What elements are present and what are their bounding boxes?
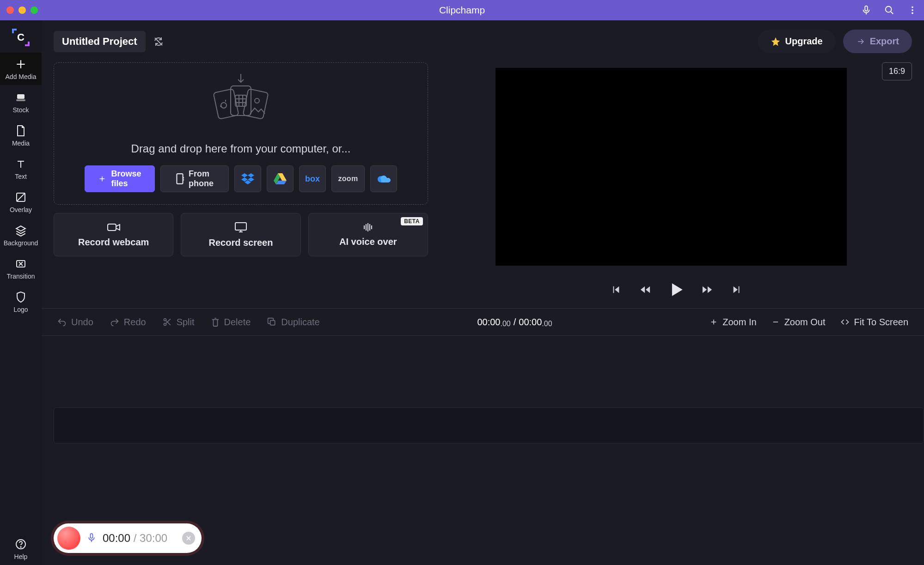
text-icon (15, 158, 27, 170)
phone-icon (176, 173, 184, 184)
record-button[interactable] (57, 527, 80, 550)
from-phone-button[interactable]: Fromphone (160, 165, 229, 192)
layers-icon (15, 225, 27, 237)
microphone-icon[interactable] (861, 5, 871, 15)
svg-rect-18 (177, 174, 183, 184)
google-drive-icon (274, 173, 287, 184)
sidebar-item-label: Stock (12, 106, 29, 114)
more-menu-icon[interactable] (907, 5, 918, 15)
svg-point-11 (20, 547, 21, 547)
split-button[interactable]: Split (156, 313, 201, 331)
video-preview[interactable] (496, 68, 847, 266)
sidebar-item-label: Transition (7, 273, 35, 280)
copy-icon (267, 317, 276, 327)
recorder-time: 00:00 / 30:00 (103, 532, 167, 545)
onedrive-icon (377, 174, 391, 183)
trash-icon (211, 317, 220, 327)
aspect-ratio-button[interactable]: 16:9 (882, 62, 912, 80)
redo-button[interactable]: Redo (104, 313, 153, 331)
redo-icon (110, 318, 119, 326)
box-button[interactable]: box (299, 165, 326, 192)
fit-to-screen-button[interactable]: Fit To Screen (834, 313, 915, 331)
sidebar-item-label: Media (12, 140, 30, 147)
scissors-icon (163, 317, 172, 327)
sidebar-item-background[interactable]: Background (0, 219, 42, 251)
recorder-cancel-button[interactable] (182, 532, 195, 545)
plus-icon (15, 58, 27, 70)
zoom-icon: zoom (338, 175, 358, 183)
export-button[interactable]: Export (843, 30, 912, 53)
fit-icon (840, 318, 850, 326)
zoom-in-button[interactable]: Zoom In (703, 313, 763, 331)
sidebar-item-transition[interactable]: Transition (0, 252, 42, 285)
svg-rect-19 (108, 224, 116, 231)
rewind-button[interactable] (639, 285, 651, 295)
sidebar-item-text[interactable]: Text (0, 152, 42, 185)
upgrade-button[interactable]: Upgrade (758, 30, 836, 53)
close-window-button[interactable] (6, 6, 14, 14)
sidebar-item-stock[interactable]: Stock (0, 86, 42, 118)
sidebar-item-overlay[interactable]: Overlay (0, 186, 42, 218)
action-label: Record webcam (78, 237, 149, 248)
plus-icon (98, 175, 106, 183)
skip-end-button[interactable] (732, 285, 742, 295)
media-dropzone[interactable]: Drag and drop here from your computer, o… (54, 62, 428, 205)
google-drive-button[interactable] (267, 165, 294, 192)
help-icon (15, 538, 27, 550)
timeline-track[interactable] (54, 407, 924, 443)
shield-icon (15, 291, 27, 303)
star-icon (771, 36, 781, 47)
browse-files-button[interactable]: Browsefiles (85, 165, 155, 192)
sidebar-item-add-media[interactable]: Add Media (0, 53, 42, 85)
window-titlebar: Clipchamp (0, 0, 924, 20)
header: Untitled Project Upgrade Export (42, 20, 924, 58)
record-webcam-button[interactable]: Record webcam (54, 213, 173, 256)
maximize-window-button[interactable] (31, 6, 38, 14)
minimize-window-button[interactable] (18, 6, 26, 14)
play-button[interactable] (670, 283, 683, 296)
dropzone-illustration (199, 73, 282, 133)
svg-rect-24 (91, 534, 93, 538)
onedrive-button[interactable] (370, 165, 397, 192)
svg-point-4 (912, 12, 913, 14)
sidebar-item-help[interactable]: Help (0, 533, 42, 565)
overlay-icon (15, 191, 27, 203)
sidebar-item-label: Text (15, 173, 27, 180)
sidebar-item-label: Add Media (6, 73, 37, 80)
dropbox-icon (241, 173, 254, 184)
skip-start-button[interactable] (611, 285, 621, 295)
undo-icon (57, 318, 67, 326)
zoom-button[interactable]: zoom (331, 165, 365, 192)
sync-off-icon[interactable] (153, 36, 164, 47)
action-label: AI voice over (339, 237, 397, 247)
minus-icon (771, 318, 780, 326)
zoom-out-button[interactable]: Zoom Out (765, 313, 832, 331)
svg-point-1 (886, 6, 892, 12)
sidebar: C Add Media Stock Media Text Overlay Bac… (0, 20, 42, 565)
delete-button[interactable]: Delete (205, 313, 257, 331)
project-title[interactable]: Untitled Project (54, 31, 146, 52)
app-title: Clipchamp (439, 5, 485, 16)
file-icon (15, 125, 27, 137)
dropbox-button[interactable] (234, 165, 261, 192)
timeline-toolbar: Undo Redo Split Delete Duplicate 00:00.0… (42, 308, 924, 336)
svg-rect-0 (865, 6, 868, 11)
search-icon[interactable] (884, 5, 894, 15)
sidebar-item-logo[interactable]: Logo (0, 286, 42, 318)
window-controls (6, 6, 38, 14)
timeline[interactable]: 00:00 / 30:00 (42, 336, 924, 565)
forward-button[interactable] (701, 285, 713, 295)
undo-button[interactable]: Undo (51, 313, 100, 331)
sidebar-item-media[interactable]: Media (0, 119, 42, 152)
svg-rect-6 (17, 94, 24, 99)
app-logo[interactable]: C (10, 27, 31, 48)
duplicate-button[interactable]: Duplicate (261, 313, 326, 331)
voice-recorder-pill: 00:00 / 30:00 (54, 523, 202, 553)
microphone-icon[interactable] (87, 533, 96, 544)
waveform-icon (361, 223, 375, 232)
ai-voice-over-button[interactable]: BETA AI voice over (308, 213, 428, 256)
svg-point-22 (164, 323, 166, 326)
main-content: Untitled Project Upgrade Export (42, 20, 924, 565)
record-screen-button[interactable]: Record screen (181, 213, 300, 256)
stock-icon (15, 91, 27, 103)
